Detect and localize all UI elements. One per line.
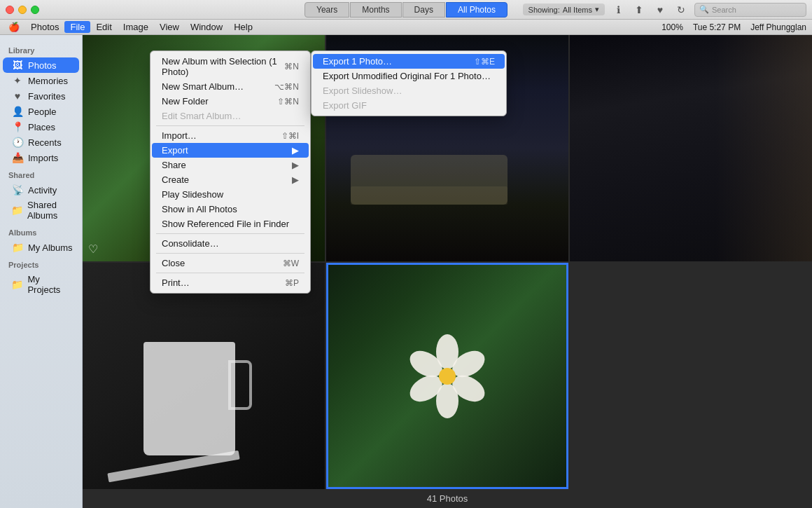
sidebar-item-places[interactable]: 📍 Places [3, 119, 79, 135]
sidebar-item-my-projects[interactable]: 📁 My Projects [3, 272, 79, 297]
menu-item-consolidate[interactable]: Consolidate… [152, 236, 309, 251]
sidebar-item-memories[interactable]: ✦ Memories [3, 73, 79, 88]
sidebar-item-photos[interactable]: 🖼 Photos [3, 57, 79, 73]
menu-item-new-album-selection[interactable]: New Album with Selection (1 Photo) ⌘N [152, 54, 309, 79]
menu-label-import: Import… [162, 130, 281, 141]
activity-icon: 📡 [11, 184, 24, 195]
export-submenu: Export 1 Photo… ⇧⌘E Export Unmodified Or… [311, 50, 507, 116]
menu-item-print[interactable]: Print… ⌘P [152, 275, 309, 290]
submenu-label-export-slideshow: Export Slideshow… [323, 85, 402, 96]
menu-label-new-album-selection: New Album with Selection (1 Photo) [162, 56, 284, 77]
chevron-down-icon: ▾ [595, 5, 599, 14]
menu-label-create: Create [162, 174, 292, 185]
favorite-button[interactable]: ♥ [652, 2, 668, 18]
menu-label-play-slideshow: Play Slideshow [162, 189, 299, 200]
menu-image[interactable]: Image [118, 21, 154, 33]
heart-icon[interactable]: ♡ [88, 242, 98, 256]
tab-all-photos[interactable]: All Photos [446, 2, 507, 18]
menu-item-share[interactable]: Share ▶ [152, 158, 309, 172]
menu-label-export: Export [162, 145, 292, 156]
memories-icon: ✦ [11, 75, 24, 86]
sidebar-item-imports[interactable]: 📥 Imports [3, 150, 79, 165]
menu-item-edit-smart-album: Edit Smart Album… [152, 109, 309, 123]
my-projects-icon: 📁 [11, 279, 23, 290]
menu-item-import[interactable]: Import… ⇧⌘I [152, 128, 309, 143]
menu-edit[interactable]: Edit [90, 21, 117, 33]
sidebar-label-photos: Photos [28, 60, 56, 71]
submenu-item-export-gif: Export GIF [313, 98, 505, 113]
menu-photos[interactable]: Photos [25, 21, 64, 33]
menu-shortcut-new-album-selection: ⌘N [284, 62, 299, 71]
shared-section-label: Shared [0, 165, 82, 182]
menu-label-share: Share [162, 160, 292, 170]
rotate-button[interactable]: ↻ [673, 2, 689, 18]
menu-help[interactable]: Help [228, 21, 258, 33]
tab-years[interactable]: Years [304, 2, 349, 18]
menu-separator-2 [156, 233, 304, 234]
menu-item-close[interactable]: Close ⌘W [152, 256, 309, 270]
submenu-item-export-slideshow: Export Slideshow… [313, 83, 505, 98]
recents-icon: 🕐 [11, 137, 24, 148]
sidebar-label-places: Places [28, 122, 55, 132]
tab-days[interactable]: Days [402, 2, 445, 18]
battery-status: 100% [659, 22, 686, 32]
clock: Tue 5:27 PM [690, 22, 743, 32]
projects-section-label: Projects [0, 255, 82, 272]
library-section-label: Library [0, 41, 82, 57]
showing-badge[interactable]: Showing: All Items ▾ [523, 4, 605, 15]
showing-label: Showing: [528, 6, 560, 14]
sidebar-label-recents: Recents [28, 137, 62, 148]
menu-item-new-folder[interactable]: New Folder ⇧⌘N [152, 94, 309, 109]
photo-mug[interactable] [83, 263, 325, 489]
menu-item-export[interactable]: Export ▶ [152, 143, 309, 158]
albums-section-label: Albums [0, 223, 82, 240]
photo-flower[interactable] [326, 263, 568, 489]
sidebar-item-my-albums[interactable]: 📁 My Albums [3, 240, 79, 255]
submenu-label-export-gif: Export GIF [323, 100, 367, 111]
sidebar-item-favorites[interactable]: ♥ Favorites [3, 88, 79, 104]
titlebar-right: Showing: All Items ▾ ℹ ⬆ ♥ ↻ 🔍 Search [523, 2, 806, 18]
menu-view[interactable]: View [154, 21, 185, 33]
submenu-shortcut-export-1-photo: ⇧⌘E [474, 57, 495, 67]
menu-file[interactable]: File [64, 21, 90, 33]
menu-shortcut-new-folder: ⇧⌘N [277, 97, 299, 107]
tab-months[interactable]: Months [350, 2, 401, 18]
close-window-button[interactable] [6, 6, 14, 14]
imports-icon: 📥 [11, 152, 24, 163]
menu-shortcut-new-smart-album: ⌥⌘N [274, 82, 299, 92]
share-button[interactable]: ⬆ [631, 2, 647, 18]
menubar: 🍎 Photos File Edit Image View Window Hel… [0, 20, 812, 35]
menu-item-create[interactable]: Create ▶ [152, 172, 309, 187]
traffic-lights [6, 6, 39, 14]
favorites-icon: ♥ [11, 90, 24, 102]
sidebar-item-recents[interactable]: 🕐 Recents [3, 135, 79, 150]
sidebar-item-people[interactable]: 👤 People [3, 104, 79, 119]
maximize-window-button[interactable] [31, 6, 39, 14]
menu-label-close: Close [162, 258, 283, 268]
search-box[interactable]: 🔍 Search [694, 3, 806, 17]
menu-item-show-in-all-photos[interactable]: Show in All Photos [152, 202, 309, 217]
menu-shortcut-close: ⌘W [283, 259, 299, 268]
menu-label-edit-smart-album: Edit Smart Album… [162, 111, 299, 121]
photo-alley[interactable] [570, 35, 812, 261]
sidebar-item-shared-albums[interactable]: 📁 Shared Albums [3, 198, 79, 223]
menu-window[interactable]: Window [185, 21, 228, 33]
content-area: ♡ [83, 35, 812, 508]
info-button[interactable]: ℹ [610, 2, 626, 18]
sidebar-label-my-projects: My Projects [27, 274, 74, 295]
tab-bar: Years Months Days All Photos [304, 2, 507, 18]
sidebar-label-memories: Memories [28, 76, 68, 86]
sidebar-label-imports: Imports [28, 153, 58, 163]
apple-menu[interactable]: 🍎 [3, 21, 25, 33]
minimize-window-button[interactable] [18, 6, 27, 14]
menubar-right: 100% Tue 5:27 PM Jeff Phungglan [659, 22, 809, 32]
submenu-item-export-unmodified[interactable]: Export Unmodified Original For 1 Photo… [313, 69, 505, 83]
menu-item-new-smart-album[interactable]: New Smart Album… ⌥⌘N [152, 79, 309, 94]
menu-item-show-referenced[interactable]: Show Referenced File in Finder [152, 217, 309, 231]
sidebar-item-activity[interactable]: 📡 Activity [3, 182, 79, 198]
submenu-item-export-1-photo[interactable]: Export 1 Photo… ⇧⌘E [313, 54, 505, 69]
submenu-label-export-unmodified: Export Unmodified Original For 1 Photo… [323, 71, 491, 81]
search-icon: 🔍 [699, 5, 709, 14]
menu-separator-4 [156, 273, 304, 273]
menu-item-play-slideshow[interactable]: Play Slideshow [152, 187, 309, 202]
